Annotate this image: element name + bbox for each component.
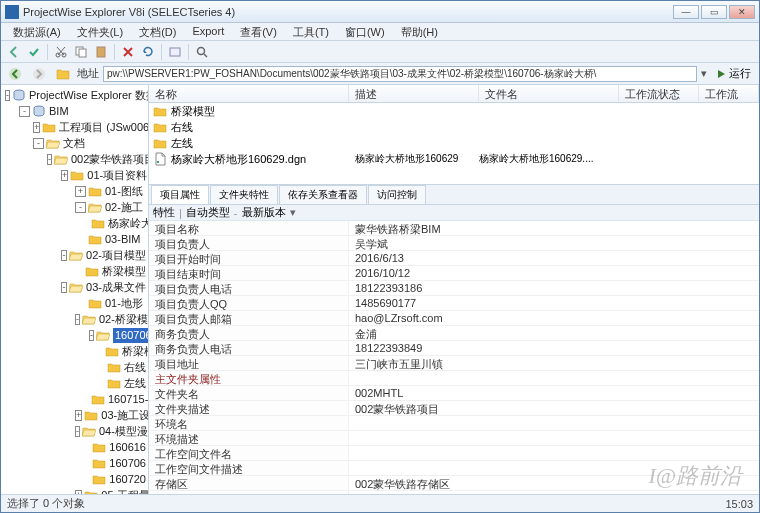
property-row[interactable]: 项目负责人QQ1485690177 (149, 296, 759, 311)
collapse-icon[interactable]: - (75, 426, 80, 437)
property-row[interactable]: 商务负责人金浦 (149, 326, 759, 341)
collapse-icon[interactable]: - (19, 106, 30, 117)
property-row[interactable]: 环境名 (149, 416, 759, 431)
property-row[interactable]: 项目地址三门峡市五里川镇 (149, 356, 759, 371)
collapse-icon[interactable]: - (47, 154, 52, 165)
collapse-icon[interactable]: - (89, 330, 94, 341)
menu-item[interactable]: Export (184, 23, 232, 40)
list-item[interactable]: 右线 (149, 119, 759, 135)
menu-item[interactable]: 帮助(H) (393, 23, 446, 40)
tree-node[interactable]: 03-BIM (3, 231, 146, 247)
property-row[interactable]: 项目开始时间2016/6/13 (149, 251, 759, 266)
column-header[interactable]: 工作流 (699, 85, 759, 102)
collapse-icon[interactable]: - (61, 250, 67, 261)
tree-node[interactable]: -04-模型漫游图片 (3, 423, 146, 439)
validate-button[interactable] (25, 43, 43, 61)
prop-tool-ver[interactable]: 最新版本 (242, 205, 286, 220)
tree-node[interactable]: +01-项目资料 (3, 167, 146, 183)
tree-node[interactable]: -文档 (3, 135, 146, 151)
tree-node[interactable]: -02-桥梁模型 (3, 311, 146, 327)
tree-node[interactable]: 160720 (3, 471, 146, 487)
property-row[interactable]: 文件夹名002MHTL (149, 386, 759, 401)
menu-item[interactable]: 文件夹(L) (69, 23, 131, 40)
prop-tool-type[interactable]: 自动类型 (186, 205, 230, 220)
tree-node[interactable]: 160715-三门峡普通桥梁 (3, 391, 146, 407)
column-header[interactable]: 文件名 (479, 85, 619, 102)
tree-node[interactable]: 01-地形 (3, 295, 146, 311)
cut-icon[interactable] (52, 43, 70, 61)
column-header[interactable]: 名称 (149, 85, 349, 102)
list-item[interactable]: 桥梁模型 (149, 103, 759, 119)
property-row[interactable]: 项目名称蒙华铁路桥梁BIM (149, 221, 759, 236)
property-grid[interactable]: 项目名称蒙华铁路桥梁BIM项目负责人吴学斌项目开始时间2016/6/13项目结束… (149, 221, 759, 494)
menu-item[interactable]: 窗口(W) (337, 23, 393, 40)
property-row[interactable]: 文件夹描述002蒙华铁路项目 (149, 401, 759, 416)
tree-node[interactable]: 左线 (3, 375, 146, 391)
nav-forward-button[interactable] (29, 65, 49, 83)
property-row[interactable]: 主文件夹属性 (149, 371, 759, 386)
tree-node[interactable]: 杨家岭大桥连续梁施工方案6.10 (3, 215, 146, 231)
refresh-icon[interactable] (139, 43, 157, 61)
list-item[interactable]: 杨家岭大桥地形160629.dgn杨家岭大桥地形160629杨家岭大桥地形160… (149, 151, 759, 167)
tree-node[interactable]: +工程项目 (JSw006) (3, 119, 146, 135)
tree-node[interactable]: -02-施工 (3, 199, 146, 215)
tree-node[interactable]: 桥梁模型 (3, 263, 146, 279)
tree-node[interactable]: 160706 (3, 455, 146, 471)
expand-icon[interactable]: + (61, 170, 68, 181)
copy-icon[interactable] (72, 43, 90, 61)
property-row[interactable]: 存储区002蒙华铁路存储区 (149, 476, 759, 491)
tree-node[interactable]: +03-施工设备 (3, 407, 146, 423)
address-dropdown-icon[interactable]: ▾ (701, 67, 707, 80)
column-header[interactable]: 工作流状态 (619, 85, 699, 102)
collapse-icon[interactable]: - (75, 314, 80, 325)
tree-node[interactable]: -BIM (3, 103, 146, 119)
chevron-down-icon[interactable]: ▾ (290, 206, 296, 219)
back-button[interactable] (5, 43, 23, 61)
tree-node[interactable]: +05-工程量统计 (3, 487, 146, 494)
search-icon[interactable] (193, 43, 211, 61)
tree-node[interactable]: 右线 (3, 359, 146, 375)
property-row[interactable]: 项目结束时间2016/10/12 (149, 266, 759, 281)
property-row[interactable]: 项目负责人邮箱hao@LZrsoft.com (149, 311, 759, 326)
collapse-icon[interactable]: - (5, 90, 10, 101)
tab[interactable]: 访问控制 (368, 185, 426, 204)
tab[interactable]: 项目属性 (151, 185, 209, 204)
tab[interactable]: 依存关系查看器 (279, 185, 367, 204)
tree-node[interactable]: 桥梁模型 (3, 343, 146, 359)
menu-item[interactable]: 查看(V) (232, 23, 285, 40)
property-row[interactable]: 商务负责人电话18122393849 (149, 341, 759, 356)
tab[interactable]: 文件夹特性 (210, 185, 278, 204)
paste-icon[interactable] (92, 43, 110, 61)
expand-icon[interactable]: + (75, 410, 82, 421)
tree-node[interactable]: +01-图纸 (3, 183, 146, 199)
tree-node[interactable]: -002蒙华铁路项目 (3, 151, 146, 167)
property-row[interactable]: 工作空间文件名 (149, 446, 759, 461)
tree-pane[interactable]: -ProjectWise Explorer 数据源-BIM+工程项目 (JSw0… (1, 85, 149, 494)
property-row[interactable]: 工作空间文件描述 (149, 461, 759, 476)
tree-node[interactable]: -160706-杨家岭大桥模型 (3, 327, 146, 343)
property-row[interactable]: 项目负责人吴学斌 (149, 236, 759, 251)
tree-node[interactable]: -03-成果文件 (3, 279, 146, 295)
list-item[interactable]: 左线 (149, 135, 759, 151)
expand-icon[interactable]: + (75, 186, 86, 197)
collapse-icon[interactable]: - (61, 282, 67, 293)
file-list[interactable]: 桥梁模型右线左线杨家岭大桥地形160629.dgn杨家岭大桥地形160629杨家… (149, 103, 759, 185)
run-button[interactable]: 运行 (711, 66, 755, 81)
tree-node[interactable]: -ProjectWise Explorer 数据源 (3, 87, 146, 103)
close-button[interactable]: ✕ (729, 5, 755, 19)
menu-item[interactable]: 数据源(A) (5, 23, 69, 40)
menu-item[interactable]: 文档(D) (131, 23, 184, 40)
collapse-icon[interactable]: - (33, 138, 44, 149)
nav-back-button[interactable] (5, 65, 25, 83)
collapse-icon[interactable]: - (75, 202, 86, 213)
props-icon[interactable] (166, 43, 184, 61)
delete-icon[interactable] (119, 43, 137, 61)
column-header[interactable]: 描述 (349, 85, 479, 102)
address-input[interactable]: pw:\\PWSERVER1:PW_FOSHAN\Documents\002蒙华… (103, 66, 697, 82)
tree-node[interactable]: -02-项目模型 (3, 247, 146, 263)
minimize-button[interactable]: — (673, 5, 699, 19)
property-row[interactable]: 项目负责人电话18122393186 (149, 281, 759, 296)
folder-icon[interactable] (53, 65, 73, 83)
property-row[interactable]: 环境描述 (149, 431, 759, 446)
menu-item[interactable]: 工具(T) (285, 23, 337, 40)
